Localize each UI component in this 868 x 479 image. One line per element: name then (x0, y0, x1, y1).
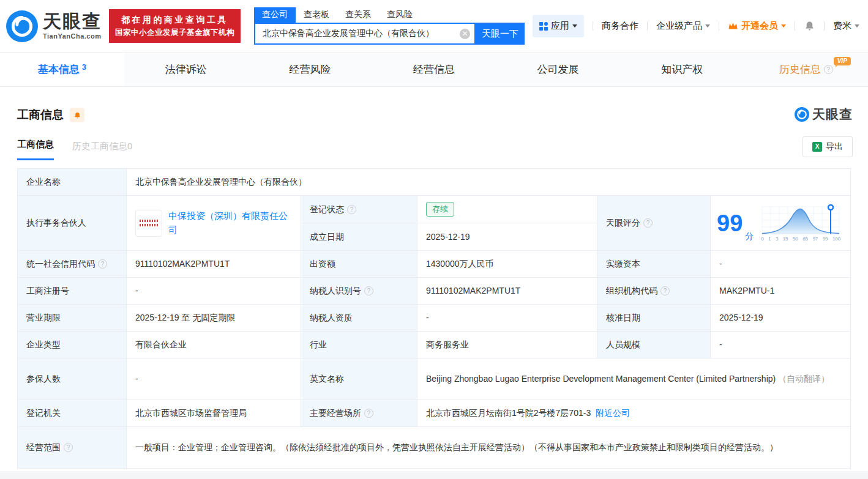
tianyancha-logo-icon (795, 107, 809, 122)
english-name-value: Beijing Zhongbao Lugao Enterprise Develo… (417, 358, 850, 399)
section-header: 工商信息 天眼查 (17, 107, 851, 123)
chart-tick-labels: 01 315 5085 9799 100 (761, 236, 840, 243)
status-badge: 存续 (426, 202, 454, 217)
company-name-label: 企业名称 (18, 169, 127, 195)
status-date-subgrid: 登记状态? 存续 成立日期 2025-12-19 (301, 196, 597, 250)
tab-legal-litigation[interactable]: 法律诉讼 (124, 53, 249, 86)
org-code-label: 组织机构代码? (597, 278, 711, 304)
help-icon[interactable]: ? (660, 286, 670, 295)
establish-date-value: 2025-12-19 (417, 223, 597, 250)
chevron-down-icon (572, 24, 577, 28)
table-row: 工商注册号 - 纳税人识别号? 91110102MAK2PMTU1T 组织机构代… (18, 278, 850, 305)
tianyancha-logo-icon (6, 10, 38, 42)
search-block: 查公司 查老板 查关系 查风险 ✕ 天眼一下 (254, 8, 525, 45)
divider (719, 21, 719, 31)
alert-bell-chip[interactable] (70, 108, 84, 122)
business-address-value: 北京市西城区月坛南街1号院2号楼7层701-3 附近公司 (417, 399, 850, 426)
subtab-history-business-info[interactable]: 历史工商信息0 (72, 141, 132, 160)
help-icon[interactable]: ? (643, 218, 653, 228)
table-row: 企业名称 北京中保鲁高企业发展管理中心（有限合伙） (18, 169, 850, 196)
tab-company-development[interactable]: 公司发展 (496, 53, 620, 86)
tianyancha-logo[interactable]: 天眼查 TianYanCha.com (6, 10, 102, 42)
search-button[interactable]: 天眼一下 (476, 23, 525, 45)
help-icon[interactable]: ? (824, 65, 833, 74)
taxpayer-id-value: 91110102MAK2PMTU1T (417, 278, 597, 304)
score-unit: 分 (745, 230, 754, 243)
business-address-label: 主要经营场所? (301, 399, 417, 426)
score-number: 99 (717, 212, 743, 235)
approval-date-value: 2025-12-19 (711, 305, 850, 331)
company-type-label: 企业类型 (18, 332, 127, 358)
table-row: 企业类型 有限合伙企业 行业 商务服务业 人员规模 - (18, 332, 850, 358)
tianyan-score-value: 99 分 (711, 196, 850, 250)
reg-number-label: 工商注册号 (18, 278, 127, 304)
divider (593, 21, 593, 31)
insured-count-value: - (127, 358, 301, 399)
nav-cooperation[interactable]: 商务合作 (602, 20, 638, 32)
company-tab-bar: 基本信息 3 法律诉讼 经营风险 经营信息 公司发展 知识产权 VIP 历史信息… (0, 52, 868, 87)
tab-operation-info[interactable]: 经营信息 (372, 53, 496, 86)
promo-line2: 国家中小企业发展子基金旗下机构 (115, 27, 234, 39)
help-icon[interactable]: ? (64, 443, 73, 452)
approval-date-label: 核准日期 (597, 305, 711, 331)
nav-enterprise-products[interactable]: 企业级产品 (656, 20, 710, 32)
table-row: 执行事务合伙人 中保投资（深圳）有限责任公司 登记状态? 存续 成立日期 202… (18, 196, 850, 251)
partner-company-logo[interactable] (135, 210, 162, 237)
divider (647, 21, 648, 31)
help-icon[interactable]: ? (364, 286, 373, 295)
help-icon[interactable]: ? (347, 205, 356, 214)
search-tab-relation[interactable]: 查关系 (337, 7, 379, 23)
nearby-companies-link[interactable]: 附近公司 (596, 408, 630, 418)
table-subrow: 成立日期 2025-12-19 (301, 223, 597, 250)
contribution-label: 出资额 (301, 251, 417, 277)
industry-label: 行业 (301, 332, 417, 358)
bell-icon (73, 111, 81, 119)
help-icon[interactable]: ? (98, 259, 107, 269)
subtab-row: 工商信息 历史工商信息0 X 导出 (17, 139, 851, 160)
export-button[interactable]: X 导出 (803, 136, 853, 157)
bell-curve-chart (761, 203, 840, 235)
executive-partner-value: 中保投资（深圳）有限责任公司 (127, 196, 301, 250)
business-scope-label: 经营范围? (18, 427, 127, 468)
nav-vip[interactable]: 开通会员 (728, 20, 786, 32)
industry-value: 商务服务业 (417, 332, 597, 358)
search-tab-company[interactable]: 查公司 (254, 7, 296, 23)
nav-apps-label: 应用 (551, 20, 569, 32)
vip-badge: VIP (834, 57, 851, 65)
reg-status-label: 登记状态? (301, 196, 417, 223)
help-icon[interactable]: ? (364, 409, 373, 418)
business-term-label: 营业期限 (18, 305, 127, 331)
divider (824, 21, 825, 31)
apps-grid-icon (539, 22, 548, 31)
nav-user[interactable]: 费米 (833, 20, 859, 32)
reg-number-value: - (127, 278, 301, 304)
search-input[interactable] (254, 23, 476, 45)
watermark-text: 天眼查 (812, 106, 853, 123)
chevron-down-icon (781, 24, 786, 28)
tab-intellectual-property[interactable]: 知识产权 (620, 53, 744, 86)
tab-history-info[interactable]: VIP 历史信息 ? (744, 53, 868, 86)
table-row: 经营范围? 一般项目：企业管理；企业管理咨询。（除依法须经批准的项目外，凭营业执… (18, 427, 850, 468)
promo-line1: 都在用的商业查询工具 (115, 13, 234, 27)
tab-basic-info-count: 3 (82, 62, 86, 72)
table-subrow: 登记状态? 存续 (301, 196, 597, 223)
tab-operation-risk[interactable]: 经营风险 (248, 53, 372, 86)
nav-notifications[interactable] (804, 20, 815, 32)
credit-code-value: 91110102MAK2PMTU1T (127, 251, 301, 277)
nav-apps[interactable]: 应用 (533, 15, 584, 37)
nav-enterprise-label: 企业级产品 (656, 20, 702, 32)
subtab-business-info[interactable]: 工商信息 (17, 139, 54, 160)
taxpayer-quality-label: 纳税人资质 (301, 305, 417, 331)
divider (795, 21, 795, 31)
nav-username: 费米 (833, 20, 851, 32)
excel-icon: X (812, 142, 822, 152)
chevron-down-icon (705, 24, 710, 28)
tab-basic-info[interactable]: 基本信息 3 (0, 53, 124, 86)
reg-status-value: 存续 (417, 196, 597, 223)
partner-company-link[interactable]: 中保投资（深圳）有限责任公司 (168, 209, 292, 237)
clear-search-icon[interactable]: ✕ (460, 29, 470, 39)
staff-size-value: - (711, 332, 850, 358)
org-code-value: MAK2PMTU-1 (711, 278, 850, 304)
search-tab-boss[interactable]: 查老板 (296, 7, 337, 23)
search-tab-risk[interactable]: 查风险 (379, 7, 421, 23)
